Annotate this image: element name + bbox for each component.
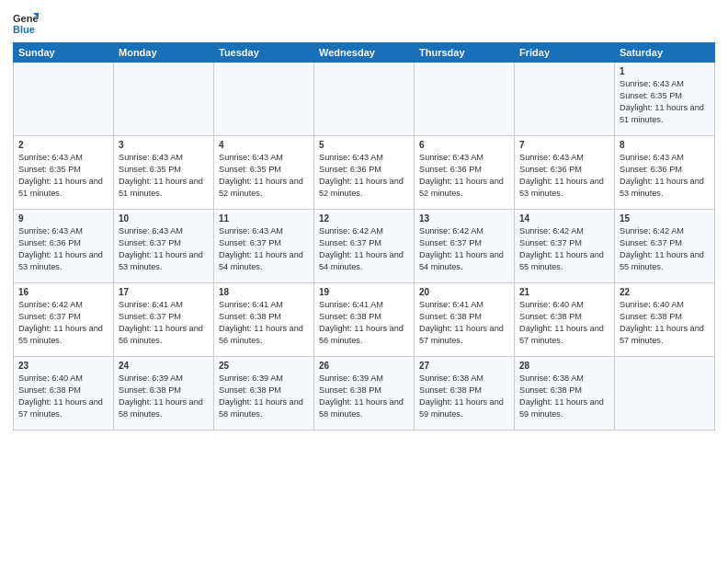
calendar-cell: 21Sunrise: 6:40 AM Sunset: 6:38 PM Dayli… bbox=[515, 283, 615, 357]
day-number: 14 bbox=[519, 213, 609, 224]
day-info: Sunrise: 6:42 AM Sunset: 6:37 PM Dayligh… bbox=[18, 299, 108, 347]
calendar-cell bbox=[14, 63, 114, 136]
week-row-5: 23Sunrise: 6:40 AM Sunset: 6:38 PM Dayli… bbox=[14, 357, 715, 431]
day-info: Sunrise: 6:40 AM Sunset: 6:38 PM Dayligh… bbox=[519, 299, 609, 347]
week-row-2: 2Sunrise: 6:43 AM Sunset: 6:35 PM Daylig… bbox=[14, 136, 715, 210]
calendar-cell: 19Sunrise: 6:41 AM Sunset: 6:38 PM Dayli… bbox=[314, 283, 415, 357]
week-row-4: 16Sunrise: 6:42 AM Sunset: 6:37 PM Dayli… bbox=[14, 283, 715, 357]
calendar-cell: 28Sunrise: 6:38 AM Sunset: 6:38 PM Dayli… bbox=[515, 357, 615, 431]
calendar-cell bbox=[615, 357, 715, 431]
calendar-cell: 14Sunrise: 6:42 AM Sunset: 6:37 PM Dayli… bbox=[515, 210, 615, 283]
calendar-cell: 4Sunrise: 6:43 AM Sunset: 6:35 PM Daylig… bbox=[214, 136, 314, 210]
col-header-saturday: Saturday bbox=[615, 43, 715, 63]
day-info: Sunrise: 6:41 AM Sunset: 6:38 PM Dayligh… bbox=[319, 299, 409, 347]
calendar-cell: 17Sunrise: 6:41 AM Sunset: 6:37 PM Dayli… bbox=[114, 283, 214, 357]
day-number: 27 bbox=[419, 361, 509, 371]
col-header-sunday: Sunday bbox=[14, 43, 114, 63]
calendar-page: General Blue SundayMondayTuesdayWednesda… bbox=[0, 0, 728, 563]
day-number: 28 bbox=[519, 361, 609, 371]
calendar-cell: 25Sunrise: 6:39 AM Sunset: 6:38 PM Dayli… bbox=[214, 357, 314, 431]
day-info: Sunrise: 6:43 AM Sunset: 6:35 PM Dayligh… bbox=[620, 78, 710, 126]
day-number: 6 bbox=[419, 140, 509, 150]
day-number: 19 bbox=[319, 287, 409, 297]
day-number: 11 bbox=[219, 213, 309, 224]
calendar-cell: 2Sunrise: 6:43 AM Sunset: 6:35 PM Daylig… bbox=[14, 136, 114, 210]
day-number: 17 bbox=[119, 287, 209, 297]
day-number: 24 bbox=[119, 361, 209, 371]
calendar-cell: 15Sunrise: 6:42 AM Sunset: 6:37 PM Dayli… bbox=[615, 210, 715, 283]
day-number: 4 bbox=[219, 140, 309, 150]
day-info: Sunrise: 6:38 AM Sunset: 6:38 PM Dayligh… bbox=[419, 373, 509, 420]
day-number: 21 bbox=[519, 287, 609, 297]
calendar-cell: 27Sunrise: 6:38 AM Sunset: 6:38 PM Dayli… bbox=[415, 357, 515, 431]
day-number: 26 bbox=[319, 361, 409, 371]
day-number: 16 bbox=[18, 287, 108, 297]
day-info: Sunrise: 6:43 AM Sunset: 6:36 PM Dayligh… bbox=[620, 152, 710, 200]
calendar-cell: 8Sunrise: 6:43 AM Sunset: 6:36 PM Daylig… bbox=[615, 136, 715, 210]
day-info: Sunrise: 6:43 AM Sunset: 6:35 PM Dayligh… bbox=[18, 152, 108, 200]
col-header-tuesday: Tuesday bbox=[214, 43, 314, 63]
day-number: 12 bbox=[319, 213, 409, 224]
day-info: Sunrise: 6:41 AM Sunset: 6:38 PM Dayligh… bbox=[219, 299, 309, 347]
day-info: Sunrise: 6:42 AM Sunset: 6:37 PM Dayligh… bbox=[419, 225, 509, 273]
day-number: 3 bbox=[119, 140, 209, 150]
calendar-cell bbox=[314, 63, 415, 136]
col-header-wednesday: Wednesday bbox=[314, 43, 415, 63]
day-number: 1 bbox=[620, 66, 710, 76]
day-info: Sunrise: 6:42 AM Sunset: 6:37 PM Dayligh… bbox=[519, 225, 609, 273]
calendar-cell: 3Sunrise: 6:43 AM Sunset: 6:35 PM Daylig… bbox=[114, 136, 214, 210]
calendar-cell bbox=[515, 63, 615, 136]
day-info: Sunrise: 6:39 AM Sunset: 6:38 PM Dayligh… bbox=[219, 373, 309, 420]
day-info: Sunrise: 6:41 AM Sunset: 6:38 PM Dayligh… bbox=[419, 299, 509, 347]
calendar-cell: 22Sunrise: 6:40 AM Sunset: 6:38 PM Dayli… bbox=[615, 283, 715, 357]
day-number: 10 bbox=[119, 213, 209, 224]
calendar-cell: 24Sunrise: 6:39 AM Sunset: 6:38 PM Dayli… bbox=[114, 357, 214, 431]
col-header-friday: Friday bbox=[515, 43, 615, 63]
logo: General Blue bbox=[13, 9, 42, 35]
calendar-cell: 18Sunrise: 6:41 AM Sunset: 6:38 PM Dayli… bbox=[214, 283, 314, 357]
week-row-1: 1Sunrise: 6:43 AM Sunset: 6:35 PM Daylig… bbox=[14, 63, 715, 136]
calendar-cell: 1Sunrise: 6:43 AM Sunset: 6:35 PM Daylig… bbox=[615, 63, 715, 136]
calendar-cell bbox=[114, 63, 214, 136]
calendar-cell: 6Sunrise: 6:43 AM Sunset: 6:36 PM Daylig… bbox=[415, 136, 515, 210]
calendar-table: SundayMondayTuesdayWednesdayThursdayFrid… bbox=[13, 42, 715, 431]
day-number: 15 bbox=[620, 213, 710, 224]
day-info: Sunrise: 6:38 AM Sunset: 6:38 PM Dayligh… bbox=[519, 373, 609, 420]
logo-icon: General Blue bbox=[13, 9, 39, 35]
day-info: Sunrise: 6:43 AM Sunset: 6:36 PM Dayligh… bbox=[319, 152, 409, 200]
day-number: 5 bbox=[319, 140, 409, 150]
calendar-cell: 13Sunrise: 6:42 AM Sunset: 6:37 PM Dayli… bbox=[415, 210, 515, 283]
calendar-cell bbox=[415, 63, 515, 136]
day-info: Sunrise: 6:43 AM Sunset: 6:35 PM Dayligh… bbox=[119, 152, 209, 200]
day-info: Sunrise: 6:43 AM Sunset: 6:35 PM Dayligh… bbox=[219, 152, 309, 200]
svg-text:Blue: Blue bbox=[13, 24, 35, 35]
day-info: Sunrise: 6:39 AM Sunset: 6:38 PM Dayligh… bbox=[119, 373, 209, 420]
calendar-cell bbox=[214, 63, 314, 136]
day-info: Sunrise: 6:43 AM Sunset: 6:37 PM Dayligh… bbox=[219, 225, 309, 273]
calendar-cell: 23Sunrise: 6:40 AM Sunset: 6:38 PM Dayli… bbox=[14, 357, 114, 431]
day-number: 7 bbox=[519, 140, 609, 150]
svg-text:General: General bbox=[13, 13, 39, 24]
calendar-cell: 9Sunrise: 6:43 AM Sunset: 6:36 PM Daylig… bbox=[14, 210, 114, 283]
calendar-cell: 16Sunrise: 6:42 AM Sunset: 6:37 PM Dayli… bbox=[14, 283, 114, 357]
day-number: 23 bbox=[18, 361, 108, 371]
day-info: Sunrise: 6:39 AM Sunset: 6:38 PM Dayligh… bbox=[319, 373, 409, 420]
day-number: 9 bbox=[18, 213, 108, 224]
day-info: Sunrise: 6:41 AM Sunset: 6:37 PM Dayligh… bbox=[119, 299, 209, 347]
day-info: Sunrise: 6:43 AM Sunset: 6:36 PM Dayligh… bbox=[519, 152, 609, 200]
calendar-cell: 7Sunrise: 6:43 AM Sunset: 6:36 PM Daylig… bbox=[515, 136, 615, 210]
day-info: Sunrise: 6:43 AM Sunset: 6:37 PM Dayligh… bbox=[119, 225, 209, 273]
day-number: 13 bbox=[419, 213, 509, 224]
calendar-cell: 12Sunrise: 6:42 AM Sunset: 6:37 PM Dayli… bbox=[314, 210, 415, 283]
calendar-cell: 10Sunrise: 6:43 AM Sunset: 6:37 PM Dayli… bbox=[114, 210, 214, 283]
day-info: Sunrise: 6:40 AM Sunset: 6:38 PM Dayligh… bbox=[620, 299, 710, 347]
calendar-cell: 5Sunrise: 6:43 AM Sunset: 6:36 PM Daylig… bbox=[314, 136, 415, 210]
calendar-cell: 11Sunrise: 6:43 AM Sunset: 6:37 PM Dayli… bbox=[214, 210, 314, 283]
day-info: Sunrise: 6:43 AM Sunset: 6:36 PM Dayligh… bbox=[18, 225, 108, 273]
col-header-monday: Monday bbox=[114, 43, 214, 63]
week-row-3: 9Sunrise: 6:43 AM Sunset: 6:36 PM Daylig… bbox=[14, 210, 715, 283]
header-row: SundayMondayTuesdayWednesdayThursdayFrid… bbox=[14, 43, 715, 63]
day-info: Sunrise: 6:42 AM Sunset: 6:37 PM Dayligh… bbox=[319, 225, 409, 273]
calendar-cell: 20Sunrise: 6:41 AM Sunset: 6:38 PM Dayli… bbox=[415, 283, 515, 357]
day-number: 20 bbox=[419, 287, 509, 297]
